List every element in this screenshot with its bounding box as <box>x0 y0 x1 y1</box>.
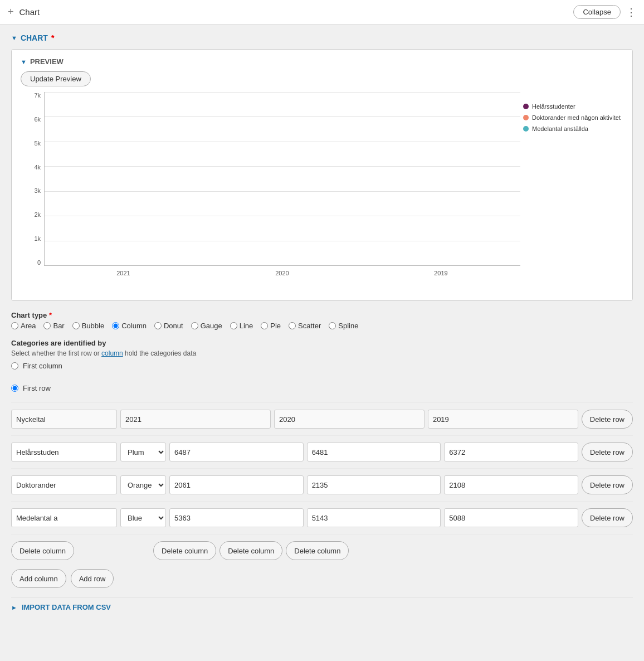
row1-color-select[interactable]: Plum Orange Blue <box>120 443 166 461</box>
delete-col3-button[interactable]: Delete column <box>286 541 349 560</box>
row1-delete-button[interactable]: Delete row <box>582 443 633 461</box>
data-table: Delete row Plum Orange Blue Delete row P… <box>11 402 633 563</box>
delete-col0-button[interactable]: Delete column <box>11 541 74 560</box>
more-options-icon[interactable]: ⋮ <box>626 6 636 18</box>
import-label: IMPORT DATA FROM CSV <box>22 603 111 611</box>
delete-col2-button[interactable]: Delete column <box>219 541 282 560</box>
gridline-2k <box>45 216 520 216</box>
chart-type-line[interactable]: Line <box>230 322 253 330</box>
column-link[interactable]: column <box>101 349 123 357</box>
chart-type-radio-group: Area Bar Bubble Column Donut Gauge Line … <box>11 322 633 330</box>
row3-val1-input[interactable] <box>169 508 304 527</box>
chart-type-bar[interactable]: Bar <box>43 322 64 330</box>
chart-type-bubble[interactable]: Bubble <box>72 322 104 330</box>
header-col1-input[interactable] <box>120 410 271 429</box>
row3-name-input[interactable] <box>11 508 117 527</box>
y-axis: 7k 6k 5k 4k 3k 2k 1k 0 <box>21 92 44 266</box>
divider-top <box>11 402 633 403</box>
divider-4 <box>11 534 633 534</box>
preview-triangle-icon[interactable]: ▼ <box>21 59 27 65</box>
row2-name-input[interactable] <box>11 475 117 494</box>
table-row-dokt: Plum Orange Blue Delete row <box>11 472 633 498</box>
chart-plot <box>44 92 520 266</box>
legend-label-dokt: Doktorander med någon aktivitet <box>532 114 621 121</box>
categories-first-row[interactable]: First row <box>11 384 633 392</box>
row1-val3-input[interactable] <box>444 443 578 461</box>
row2-val1-input[interactable] <box>169 475 304 494</box>
row1-val2-input[interactable] <box>307 443 441 461</box>
delete-col1-button[interactable]: Delete column <box>153 541 216 560</box>
add-icon[interactable]: + <box>8 6 14 18</box>
y-label-6k: 6k <box>34 116 41 123</box>
table-row-helar: Plum Orange Blue Delete row <box>11 439 633 465</box>
divider-3 <box>11 501 633 502</box>
chart-type-gauge[interactable]: Gauge <box>191 322 222 330</box>
legend-item-dokt: Doktorander med någon aktivitet <box>523 114 623 121</box>
divider-1 <box>11 435 633 436</box>
preview-title: PREVIEW <box>30 57 64 66</box>
row3-delete-button[interactable]: Delete row <box>582 508 633 527</box>
bottom-actions: Add column Add row <box>11 569 633 588</box>
chart-section-title: CHART <box>21 33 48 42</box>
row1-val1-input[interactable] <box>169 443 304 461</box>
main-content: ▼ CHART * ▼ PREVIEW Update Preview 7k 6k… <box>0 25 644 620</box>
gridline-1k <box>45 241 520 241</box>
gridline-4k <box>45 166 520 167</box>
y-label-4k: 4k <box>34 164 41 171</box>
required-indicator: * <box>51 33 54 42</box>
update-preview-button[interactable]: Update Preview <box>21 71 91 86</box>
header-col3-input[interactable] <box>428 410 578 429</box>
y-label-2k: 2k <box>34 211 41 218</box>
chart-type-scatter[interactable]: Scatter <box>289 322 321 330</box>
x-label-2020: 2020 <box>275 270 289 276</box>
import-triangle-icon[interactable]: ► <box>11 604 17 611</box>
row3-color-select[interactable]: Plum Orange Blue <box>120 508 166 527</box>
window-bar: + Chart Collapse ⋮ <box>0 0 644 25</box>
chart-type-spline[interactable]: Spline <box>329 322 358 330</box>
chart-area: 7k 6k 5k 4k 3k 2k 1k 0 <box>21 92 623 293</box>
header-delete-row-button[interactable]: Delete row <box>582 410 633 429</box>
header-col0-input[interactable] <box>11 410 117 429</box>
row2-color-select[interactable]: Plum Orange Blue <box>120 475 166 494</box>
collapse-triangle-icon[interactable]: ▼ <box>11 35 17 41</box>
collapse-button[interactable]: Collapse <box>573 5 621 19</box>
table-row-medel: Plum Orange Blue Delete row <box>11 505 633 531</box>
row3-val2-input[interactable] <box>307 508 441 527</box>
categories-section: Categories are identified by Select whet… <box>11 339 633 392</box>
import-section: ► IMPORT DATA FROM CSV <box>11 597 633 611</box>
chart-section-header: ▼ CHART * <box>11 33 633 42</box>
chart-type-area[interactable]: Area <box>11 322 36 330</box>
legend-label-medel: Medelantal anställda <box>532 125 588 132</box>
legend-dot-dokt <box>523 115 529 120</box>
y-label-0: 0 <box>37 259 41 266</box>
row1-name-input[interactable] <box>11 443 117 461</box>
delete-columns-row: Delete column Delete column Delete colum… <box>11 538 633 563</box>
chart-type-label: Chart type * <box>11 311 633 319</box>
x-label-2021: 2021 <box>116 270 130 276</box>
row2-delete-button[interactable]: Delete row <box>582 475 633 494</box>
gridline-6k <box>45 116 520 117</box>
row2-val2-input[interactable] <box>307 475 441 494</box>
gridline-5k <box>45 142 520 142</box>
categories-first-column[interactable]: First column <box>11 362 633 370</box>
chart-type-column[interactable]: Column <box>112 322 147 330</box>
chart-type-section: Chart type * Area Bar Bubble Column Donu… <box>11 311 633 330</box>
row3-val3-input[interactable] <box>444 508 578 527</box>
row2-val3-input[interactable] <box>444 475 578 494</box>
header-col2-input[interactable] <box>274 410 425 429</box>
chart-type-donut[interactable]: Donut <box>154 322 183 330</box>
chart-type-pie[interactable]: Pie <box>261 322 281 330</box>
y-label-5k: 5k <box>34 140 41 147</box>
add-column-button[interactable]: Add column <box>11 569 66 588</box>
categories-subtitle: Select whether the first row or column h… <box>11 349 633 357</box>
categories-radio-group: First column First row <box>11 362 633 392</box>
x-label-2019: 2019 <box>434 270 447 276</box>
preview-box: ▼ PREVIEW Update Preview 7k 6k 5k 4k 3k … <box>11 49 633 301</box>
legend-dot-medel <box>523 126 529 132</box>
categories-title: Categories are identified by <box>11 339 633 347</box>
y-label-1k: 1k <box>34 235 41 242</box>
add-row-button[interactable]: Add row <box>71 569 114 588</box>
chart-legend: Helårsstudenter Doktorander med någon ak… <box>523 103 623 132</box>
legend-item-medel: Medelantal anställda <box>523 125 623 132</box>
table-header-row: Delete row <box>11 406 633 432</box>
